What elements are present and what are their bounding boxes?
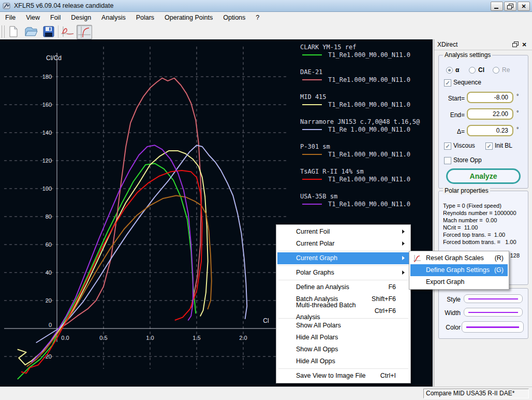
y-tick-label: 180 — [42, 74, 52, 80]
menu-polars[interactable]: Polars — [131, 12, 159, 23]
menu-item-label: Reset Graph Scales — [426, 252, 495, 264]
sequence-checkbox[interactable]: ✓ — [444, 79, 451, 87]
menu-[interactable]: ? — [250, 12, 264, 23]
close-button[interactable]: ✕ — [518, 2, 530, 11]
menu-options[interactable]: Options — [218, 12, 250, 23]
store-opp-checkbox[interactable] — [444, 157, 451, 164]
x-tick-label: 1.5 — [193, 335, 200, 341]
y-tick-label: 40 — [46, 269, 52, 276]
sequence-label: Sequence — [453, 79, 481, 86]
viscous-checkbox[interactable]: ✓ — [444, 142, 451, 150]
polar-view-button[interactable] — [77, 25, 92, 39]
style-button[interactable] — [464, 294, 523, 303]
style-label: Style — [439, 296, 461, 303]
new-project-button[interactable] — [6, 25, 21, 38]
open-folder-icon — [24, 26, 38, 37]
menu-item-shortcut: Shift+F6 — [372, 293, 396, 305]
menu-item-hide-all-polars[interactable]: Hide All Polars — [277, 332, 409, 344]
width-button[interactable] — [464, 308, 523, 317]
radio-alpha[interactable] — [446, 67, 453, 74]
menu-item-label: Hide All Opps — [296, 355, 409, 367]
minimize-button[interactable] — [491, 2, 503, 11]
y-axis-title: Cl/Cd — [46, 54, 62, 62]
y-tick-label: 100 — [42, 185, 52, 192]
polar-properties-legend: Polar properties — [443, 187, 490, 194]
toolbar-grip[interactable] — [2, 25, 5, 38]
color-button[interactable] — [462, 321, 524, 333]
menu-item-current-graph[interactable]: Current Graph — [277, 252, 409, 264]
menu-analysis[interactable]: Analysis — [96, 12, 131, 23]
menu-item-hide-all-opps[interactable]: Hide All Opps — [277, 355, 409, 367]
delta-label: Δ= — [439, 128, 465, 135]
menu-item-label: Export Graph — [426, 276, 508, 288]
status-bar: Compare MID USA35 R-II DAE* — [0, 387, 532, 400]
float-panel-icon[interactable] — [511, 41, 519, 48]
xdirect-title: XDirect — [437, 41, 457, 48]
app-icon — [3, 2, 11, 10]
reset-graph-scales-icon — [413, 254, 421, 263]
menu-item-label: Polar Graphs — [296, 267, 409, 279]
y-tick-label: 160 — [42, 102, 52, 108]
menu-item-current-foil[interactable]: Current Foil — [277, 226, 409, 238]
menu-operating-points[interactable]: Operating Points — [159, 12, 218, 23]
menu-item-label: Define Graph Settings — [426, 264, 494, 276]
submenu-arrow-icon — [402, 256, 405, 260]
radio-cl[interactable] — [469, 67, 476, 74]
menu-item-show-all-polars[interactable]: Show All Polars — [277, 320, 409, 332]
curve-usa-35b-sm[interactable] — [32, 145, 193, 362]
x-tick-label: 0.0 — [61, 335, 69, 341]
viscous-label: Viscous — [453, 142, 475, 149]
menu-item-define-an-analysis[interactable]: Define an AnalysisF6 — [277, 281, 409, 293]
start-input[interactable]: -8.00 — [467, 92, 513, 103]
menu-item-label: Current Foil — [296, 226, 409, 238]
menu-design[interactable]: Design — [66, 12, 96, 23]
current-graph-submenu: Reset Graph Scales(R)Define Graph Settin… — [409, 251, 509, 290]
x-tick-label: 2.0 — [239, 335, 247, 341]
radio-re-label: Re — [502, 66, 510, 74]
radio-cl-label: Cl — [478, 66, 484, 74]
open-project-button[interactable] — [24, 25, 38, 38]
menu-item-reset-graph-scales[interactable]: Reset Graph Scales(R) — [410, 252, 508, 264]
init-bl-checkbox[interactable]: ✓ — [485, 142, 493, 150]
menu-separator — [278, 280, 408, 280]
submenu-arrow-icon — [402, 270, 405, 275]
x-tick-label: 0.5 — [99, 335, 107, 341]
menu-item-label: Current Polar — [296, 238, 409, 250]
start-degree-unit: ° — [516, 93, 519, 99]
menu-item-current-polar[interactable]: Current Polar — [277, 238, 409, 250]
curve-clark-ym-15-ref[interactable] — [18, 163, 196, 379]
foil-plot-icon — [61, 25, 74, 38]
menu-view[interactable]: View — [21, 12, 45, 23]
end-input[interactable]: 22.00 — [467, 108, 513, 120]
menu-separator — [278, 265, 408, 266]
curve-mid-415[interactable] — [18, 151, 208, 365]
menu-foil[interactable]: Foil — [45, 12, 66, 23]
save-project-button[interactable] — [41, 25, 56, 38]
menu-item-shortcut: Ctrl+F6 — [375, 305, 396, 317]
menu-item-save-view-to-image-file[interactable]: Save View to Image FileCtrl+I — [277, 370, 409, 382]
toolbar-separator — [58, 25, 58, 38]
menu-file[interactable]: File — [0, 12, 21, 23]
y-tick-label: 80 — [46, 213, 52, 220]
project-name-field: Compare MID USA35 R-II DAE* — [423, 389, 529, 398]
delta-input[interactable]: 0.23 — [467, 125, 513, 136]
menu-item-shortcut: F6 — [388, 281, 396, 293]
polar-property-line: NCrit = 11.00 — [443, 224, 528, 231]
menu-item-label: Show All Polars — [296, 320, 409, 332]
menu-bar: FileViewFoilDesignAnalysisPolarsOperatin… — [0, 12, 532, 23]
menu-item-export-graph[interactable]: Export Graph — [410, 276, 508, 288]
close-panel-icon[interactable]: ✕ — [521, 41, 528, 48]
menu-item-define-graph-settings[interactable]: Define Graph Settings(G) — [410, 264, 508, 276]
restore-button[interactable] — [504, 2, 516, 11]
menu-item-polar-graphs[interactable]: Polar Graphs — [277, 267, 409, 279]
menu-item-label: Current Graph — [296, 252, 409, 264]
opp-view-button[interactable] — [60, 25, 75, 38]
delta-degree-unit: ° — [516, 126, 519, 132]
menu-item-show-all-opps[interactable]: Show All Opps — [277, 344, 409, 355]
menu-item-multi-threaded-batch-analysis[interactable]: Multi-threaded Batch AnalysisCtrl+F6 — [277, 305, 409, 317]
radio-re[interactable] — [493, 67, 499, 74]
analyze-button[interactable]: Analyze — [446, 168, 521, 184]
width-label: Width — [439, 309, 461, 317]
x-axis-title: Cl — [263, 317, 269, 324]
menu-item-shortcut: Ctrl+I — [380, 370, 396, 382]
